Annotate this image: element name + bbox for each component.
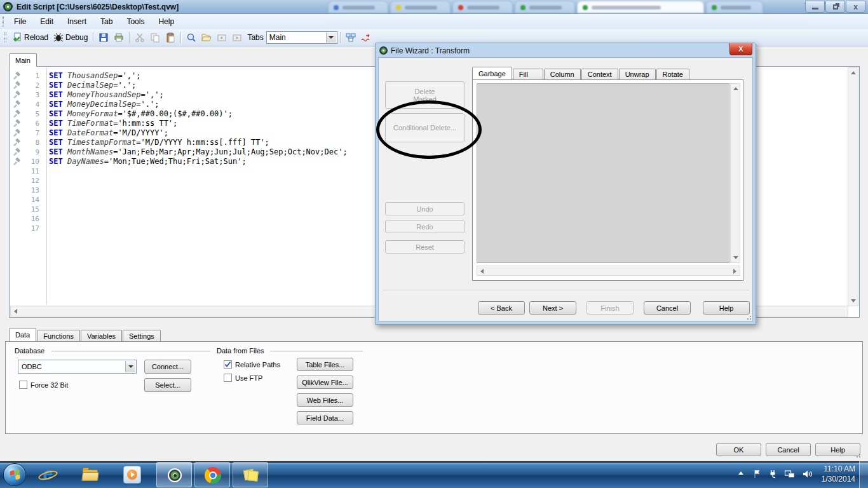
pane-tab-functions[interactable]: Functions [37,330,80,341]
browser-tab[interactable] [328,1,388,13]
force-32-bit-checkbox-row[interactable]: Force 32 Bit [19,381,68,389]
reload-button[interactable]: Reload [10,31,51,44]
dialog-close-button[interactable]: X [729,43,752,55]
menu-insert[interactable]: Insert [60,15,93,28]
taskbar-media-player[interactable] [123,466,141,484]
syntax-check-button[interactable] [358,31,374,44]
menu-file[interactable]: File [7,15,33,28]
delete-marked-button[interactable]: Delete Marked [385,81,465,109]
minimize-button[interactable] [805,1,825,13]
promote-tab-button[interactable] [214,31,229,44]
pane-tab-settings[interactable]: Settings [123,330,161,341]
dialog-titlebar[interactable]: File Wizard : Transform [376,43,756,58]
database-combobox[interactable]: ODBC [18,360,137,374]
bookmark-hammer-icon [10,128,24,138]
table-viewer-button[interactable] [343,31,358,44]
dialog-separator [383,290,749,290]
tabs-combobox[interactable]: Main [266,31,337,44]
finish-button[interactable]: Finish [587,301,634,315]
wizard-horizontal-scrollbar[interactable] [477,266,740,276]
wizard-tab-rotate[interactable]: Rotate [656,69,689,79]
redo-button[interactable]: Redo [385,220,465,233]
restore-button[interactable] [825,1,845,13]
find-button[interactable] [184,31,199,44]
conditional-delete-button[interactable]: Conditional Delete... [385,113,465,142]
close-button[interactable]: x [846,1,865,13]
reset-button[interactable]: Reset [385,240,465,254]
resize-grip[interactable] [855,452,860,458]
select-button[interactable]: Select... [144,378,191,392]
wizard-tab-garbage[interactable]: Garbage [472,67,512,79]
taskbar-internet-explorer[interactable]: e [39,466,57,484]
network-icon[interactable] [784,469,796,482]
taskbar-sticky-notes[interactable] [233,462,268,487]
browser-tab[interactable] [706,1,763,13]
promote-tab-icon [217,32,227,43]
taskbar-chrome[interactable] [194,462,230,487]
table-files-button[interactable]: Table Files... [297,358,353,371]
back-button[interactable]: < Back [478,301,525,315]
use-ftp-checkbox-row[interactable]: Use FTP [224,374,262,382]
power-plug-icon[interactable] [768,469,779,482]
print-icon [114,32,124,43]
ok-button[interactable]: OK [716,443,761,456]
combobox-dropdown-button[interactable] [326,32,336,43]
taskbar-qlikview[interactable] [156,462,192,487]
use-ftp-checkbox[interactable] [224,374,232,382]
cut-icon [135,32,145,43]
undo-button[interactable]: Undo [385,202,465,215]
taskbar-windows-explorer[interactable] [81,466,99,484]
show-hidden-icons-button[interactable] [738,471,743,475]
copy-button[interactable] [147,31,163,44]
pane-tab-data[interactable]: Data [9,328,36,341]
script-tab-main[interactable]: Main [9,53,37,67]
cut-button[interactable] [132,31,147,44]
menu-edit[interactable]: Edit [33,15,60,28]
chevron-down-icon [128,365,133,368]
relative-paths-checkbox-row[interactable]: Relative Paths [224,360,280,369]
wizard-tab-unwrap[interactable]: Unwrap [619,69,656,79]
print-button[interactable] [111,31,126,44]
paste-button[interactable] [163,31,178,44]
menu-tab[interactable]: Tab [93,15,119,28]
force-32-bit-checkbox[interactable] [19,381,27,389]
combobox-dropdown-button[interactable] [125,361,135,372]
wizard-cancel-button[interactable]: Cancel [644,301,691,315]
editor-vertical-scrollbar[interactable] [848,67,858,306]
demote-tab-button[interactable] [229,31,245,44]
browser-tab[interactable] [452,1,513,13]
browser-tab[interactable] [515,1,575,13]
wizard-help-button[interactable]: Help [703,301,750,315]
dialog-resize-grip[interactable] [746,315,751,320]
connect-button[interactable]: Connect... [144,360,191,374]
web-files-button[interactable]: Web Files... [297,393,353,407]
menu-tools[interactable]: Tools [119,15,151,28]
save-button[interactable] [96,31,111,44]
show-desktop-button[interactable] [859,461,868,488]
qlikview-file-button[interactable]: QlikView File... [297,376,353,389]
browser-tab[interactable] [577,1,704,13]
transform-preview-area[interactable] [477,83,729,263]
chrome-icon [204,466,222,484]
wizard-tab-fill[interactable]: Fill [513,69,543,79]
clock-date: 1/30/2014 [812,474,855,484]
field-data-button[interactable]: Field Data... [297,411,353,424]
taskbar-clock[interactable]: 11:10 AM 1/30/2014 [812,464,855,484]
search-icon [186,32,196,43]
pane-tab-variables[interactable]: Variables [81,330,122,341]
relative-paths-checkbox[interactable] [224,360,232,369]
browser-tab[interactable] [390,1,451,13]
wizard-vertical-scrollbar[interactable] [730,83,740,263]
open-file-button[interactable] [199,31,214,44]
menu-help[interactable]: Help [151,15,181,28]
action-center-flag-icon[interactable] [752,469,763,482]
start-button[interactable] [3,463,26,486]
windows-logo-icon [10,470,20,481]
wizard-tab-column[interactable]: Column [544,69,581,79]
debug-button[interactable]: Debug [51,31,90,44]
cancel-button[interactable]: Cancel [766,443,811,456]
wizard-tab-context[interactable]: Context [581,69,618,79]
help-button[interactable]: Help [815,443,860,456]
next-button[interactable]: Next > [529,301,576,315]
minimize-icon [812,8,818,10]
